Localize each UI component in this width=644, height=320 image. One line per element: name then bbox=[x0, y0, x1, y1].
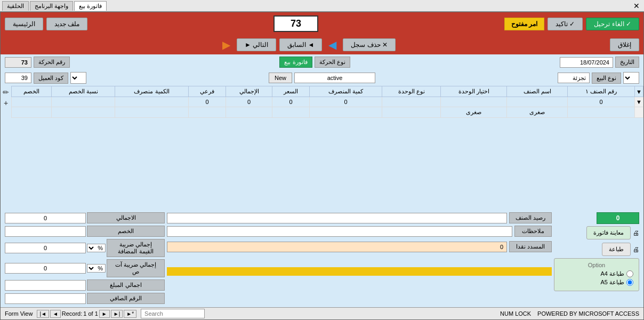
tab-sale-invoice[interactable]: فاتورة بيع bbox=[74, 1, 107, 11]
sale-type-select[interactable] bbox=[623, 72, 639, 84]
cancel-transfer-button[interactable]: ✓ الغاء ترحيل bbox=[586, 18, 639, 30]
vat-percent-select[interactable]: % bbox=[87, 244, 106, 252]
number-display: 73 bbox=[273, 15, 318, 32]
tax-percent-select[interactable]: % bbox=[87, 264, 106, 273]
notes-label: ملاحظات bbox=[514, 226, 552, 237]
mov-num-input[interactable] bbox=[5, 57, 31, 68]
status-bar-left: Form View |◄ ◄ Record: 1 of 1 ► ►| ►* bbox=[5, 309, 205, 318]
option-a5[interactable]: طباعة A5 bbox=[560, 279, 633, 286]
title-bar: الحلقية واجهة البرنامج فاتورة بيع ✕ bbox=[0, 0, 644, 12]
cash-label: المسدد نقدا bbox=[509, 241, 552, 252]
cell-extra2: صغرى bbox=[441, 107, 507, 118]
cash-input[interactable] bbox=[167, 242, 507, 252]
nav-new[interactable]: ►* bbox=[124, 310, 136, 318]
nav-prev[interactable]: ◄ bbox=[50, 310, 61, 318]
row-arrow: ▼ bbox=[635, 97, 643, 107]
tax-row: إجمالي ضريبة آت ص % bbox=[5, 259, 165, 277]
prev-button[interactable]: ◄ السابق bbox=[279, 38, 322, 51]
mov-num-field: رقم الحركة bbox=[5, 57, 70, 68]
option-a4[interactable]: طباعة A4 bbox=[560, 270, 633, 277]
sale-type-field: نوع البيع bbox=[558, 72, 639, 84]
cell-unit-type[interactable] bbox=[382, 97, 441, 107]
tax-value[interactable] bbox=[5, 263, 86, 274]
cell-disc-pct[interactable] bbox=[52, 97, 115, 107]
powered-by-label: POWERED BY MICROSOFT ACCESS bbox=[537, 310, 639, 317]
confirm-button[interactable]: ✓ تاكيد bbox=[548, 18, 583, 30]
radio-a4[interactable] bbox=[626, 270, 633, 277]
close-button[interactable]: ✕ bbox=[631, 2, 642, 10]
edit-icon[interactable]: ✏ bbox=[3, 88, 9, 97]
notes-input[interactable] bbox=[167, 226, 512, 237]
arrow-right-button[interactable]: ▶ bbox=[219, 37, 234, 52]
toolbar2-right: إغلاق bbox=[610, 38, 639, 51]
option-group: Option طباعة A4 طباعة A5 bbox=[554, 258, 639, 291]
form-row-2: نوع البيع New كود العميل bbox=[1, 70, 643, 86]
cell-qty[interactable]: 0 bbox=[310, 97, 382, 107]
grand-row: اجمالي المبلغ bbox=[5, 279, 165, 291]
tab-halaqiya[interactable]: الحلقية bbox=[2, 1, 29, 11]
col-unit-type: نوع الوحدة bbox=[382, 86, 441, 97]
cell-price[interactable]: 0 bbox=[272, 97, 310, 107]
grand-value[interactable] bbox=[5, 280, 86, 291]
net-value[interactable] bbox=[5, 293, 86, 304]
total-value[interactable] bbox=[5, 213, 86, 223]
client-select[interactable] bbox=[70, 72, 86, 84]
col-qty-disp: الكمية منصرف bbox=[115, 86, 189, 97]
cell-unit-select[interactable] bbox=[441, 97, 507, 107]
total-label: الاجمالي bbox=[87, 212, 165, 223]
cell-disc[interactable] bbox=[12, 97, 52, 107]
cell-sub[interactable]: 0 bbox=[189, 97, 226, 107]
disc-value[interactable] bbox=[5, 226, 86, 237]
bottom-main: 0 🖨 معاينة فاتورة 🖨 طباعة Option bbox=[5, 212, 639, 305]
arrow-left-button[interactable]: ◀ bbox=[325, 37, 340, 52]
net-label: الرقم الصافي bbox=[87, 293, 165, 304]
search-input[interactable] bbox=[141, 309, 205, 318]
grid-main[interactable]: ▼ رقم الصنف ١ اسم الصنف اختيار الوحدة نو… bbox=[11, 86, 643, 210]
radio-a5[interactable] bbox=[626, 279, 633, 286]
table-row[interactable]: ▼ 0 0 0 0 0 bbox=[12, 97, 643, 107]
data-grid: ▼ رقم الصنف ١ اسم الصنف اختيار الوحدة نو… bbox=[11, 86, 643, 118]
next-button[interactable]: التالي ► bbox=[237, 38, 276, 51]
toolbar-right: ✓ الغاء ترحيل ✓ تاكيد امر مفتوح bbox=[504, 18, 639, 30]
date-input[interactable] bbox=[560, 57, 613, 68]
col-price: السعر bbox=[272, 86, 310, 97]
nav-next[interactable]: ► bbox=[99, 310, 110, 318]
cell-item-name[interactable] bbox=[507, 97, 568, 107]
status-input[interactable] bbox=[294, 73, 375, 83]
col-disc-pct: نسبة الخصم bbox=[52, 86, 115, 97]
cell-item-num[interactable]: 0 bbox=[568, 97, 635, 107]
cell-total[interactable]: 0 bbox=[226, 97, 272, 107]
tab-main-interface[interactable]: واجهة البرنامج bbox=[30, 1, 73, 11]
col-sub: فرعي bbox=[189, 86, 226, 97]
progress-bar bbox=[167, 267, 552, 276]
bottom-right: الاجمالي الخصم إجمالي ضريبة القيمة المضا… bbox=[5, 212, 165, 305]
stock-input[interactable] bbox=[167, 213, 507, 223]
grid-wrapper: ▼ رقم الصنف ١ اسم الصنف اختيار الوحدة نو… bbox=[1, 86, 643, 210]
bottom-left: 0 🖨 معاينة فاتورة 🖨 طباعة Option bbox=[554, 212, 639, 305]
nav-first[interactable]: |◄ bbox=[37, 310, 49, 318]
total-green-value: 0 bbox=[597, 212, 639, 224]
view-invoice-button[interactable]: معاينة فاتورة bbox=[586, 226, 631, 239]
record-label: Record: bbox=[62, 310, 83, 317]
new-file-button[interactable]: ملف جديد bbox=[46, 18, 87, 30]
col-item-num: رقم الصنف ١ bbox=[568, 86, 635, 97]
sale-type-input[interactable] bbox=[558, 73, 590, 83]
record-value: 1 of 1 bbox=[83, 310, 98, 317]
add-icon[interactable]: + bbox=[4, 99, 8, 107]
client-label: كود العميل bbox=[34, 73, 68, 84]
new-status-button[interactable]: New bbox=[269, 73, 292, 83]
main-button[interactable]: الرئيسية bbox=[5, 18, 43, 30]
col-unit-select: اختيار الوحدة bbox=[441, 86, 507, 97]
toolbar-left: ملف جديد الرئيسية bbox=[5, 18, 87, 30]
option-a5-label: طباعة A5 bbox=[600, 279, 624, 286]
toolbar-2: إغلاق ✕ حذف سجل ◀ ◄ السابق التالي ► ▶ bbox=[1, 35, 643, 54]
stock-label: رصيد الصنف bbox=[509, 212, 552, 223]
delete-button[interactable]: ✕ حذف سجل bbox=[343, 38, 396, 51]
vat-value[interactable] bbox=[5, 243, 86, 253]
printer-icon: 🖨 bbox=[633, 229, 639, 237]
cell-qty-disp[interactable] bbox=[115, 97, 189, 107]
client-input[interactable] bbox=[5, 73, 31, 83]
nav-last[interactable]: ►| bbox=[111, 310, 123, 318]
print-button[interactable]: طباعة bbox=[602, 243, 631, 256]
close-button[interactable]: إغلاق bbox=[610, 38, 639, 51]
